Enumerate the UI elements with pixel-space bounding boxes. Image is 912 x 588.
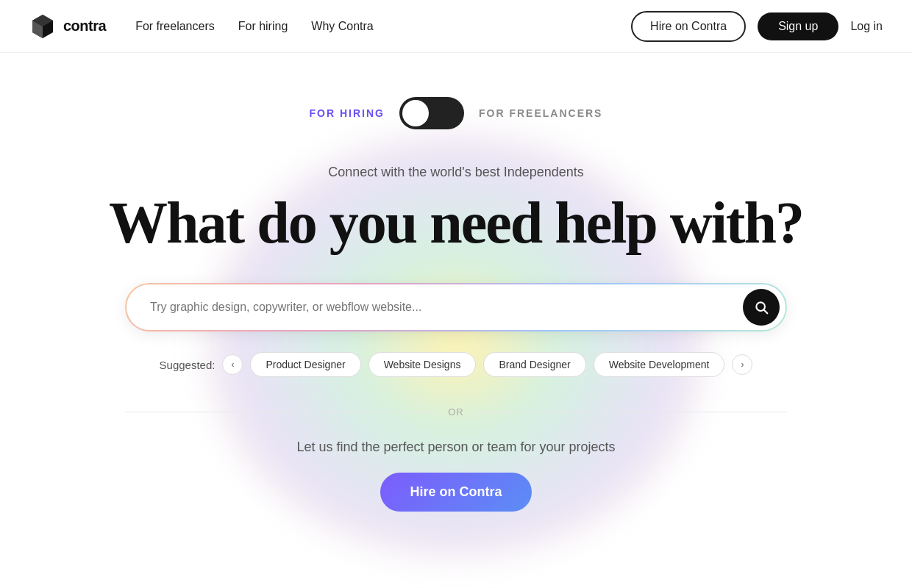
search-button[interactable] — [743, 289, 780, 326]
cta-text: Let us find the perfect person or team f… — [296, 440, 615, 455]
toggle-label-hiring: FOR HIRING — [310, 107, 385, 119]
nav-link-hiring[interactable]: For hiring — [238, 20, 288, 33]
login-button[interactable]: Log in — [850, 20, 883, 33]
chip-brand-designer[interactable]: Brand Designer — [483, 352, 585, 377]
chip-product-designer[interactable]: Product Designer — [250, 352, 360, 377]
logo-icon — [29, 13, 56, 40]
chip-website-development[interactable]: Website Development — [594, 352, 725, 377]
divider-line-left — [125, 412, 436, 412]
svg-line-1 — [764, 310, 768, 314]
hire-on-contra-button[interactable]: Hire on Contra — [631, 11, 746, 42]
chip-nav-next[interactable]: › — [732, 354, 752, 375]
hero-title: What do you need help with? — [109, 192, 803, 254]
toggle-switch[interactable] — [399, 97, 464, 129]
suggested-row: Suggested: ‹ Product Designer Website De… — [160, 352, 753, 377]
signup-button[interactable]: Sign up — [758, 12, 838, 40]
toggle-label-freelancers: FOR FREELANCERS — [479, 107, 602, 119]
hero-subtitle: Connect with the world's best Independen… — [328, 165, 584, 180]
toggle-section: FOR HIRING FOR FREELANCERS — [310, 97, 603, 129]
nav-links: For freelancers For hiring Why Contra — [135, 20, 374, 33]
nav-left: contra For freelancers For hiring Why Co… — [29, 13, 374, 40]
search-container — [125, 283, 787, 331]
nav-link-why[interactable]: Why Contra — [311, 20, 373, 33]
chip-website-designs[interactable]: Website Designs — [368, 352, 477, 377]
navbar: contra For freelancers For hiring Why Co… — [0, 0, 912, 53]
main-content: FOR HIRING FOR FREELANCERS Connect with … — [0, 53, 912, 512]
search-icon — [754, 300, 769, 315]
chip-nav-prev[interactable]: ‹ — [222, 354, 243, 375]
search-input[interactable] — [125, 283, 787, 331]
logo-text: contra — [63, 18, 106, 35]
logo[interactable]: contra — [29, 13, 106, 40]
divider-row: OR — [125, 406, 787, 417]
hire-on-contra-cta-button[interactable]: Hire on Contra — [380, 473, 531, 512]
divider-line-right — [476, 412, 787, 412]
divider-text: OR — [448, 406, 464, 417]
nav-right: Hire on Contra Sign up Log in — [631, 11, 883, 42]
nav-link-freelancers[interactable]: For freelancers — [135, 20, 215, 33]
toggle-knob — [402, 100, 429, 126]
suggested-label: Suggested: — [160, 359, 215, 371]
